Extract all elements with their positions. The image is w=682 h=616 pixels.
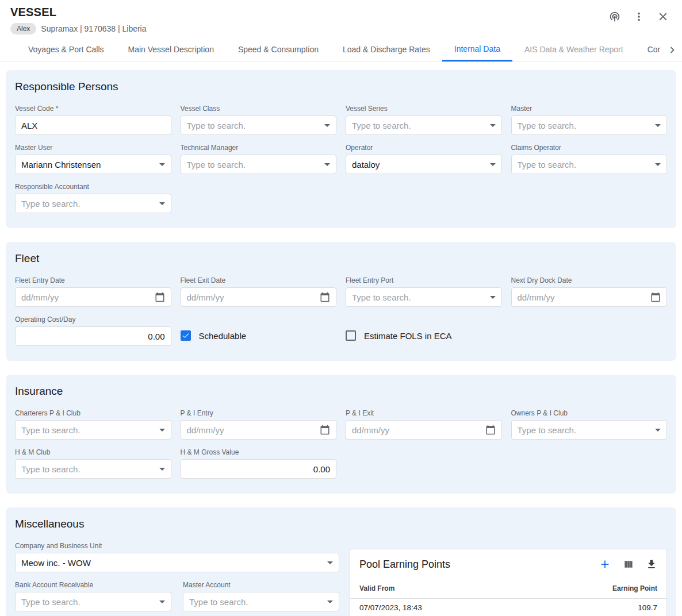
hm-gross-value-box (181, 459, 337, 479)
technical-manager-field: Technical Manager Type to search. (181, 144, 337, 174)
estimate-fols-checkbox[interactable]: Estimate FOLS in ECA (346, 326, 502, 345)
checkbox-checked-icon[interactable] (181, 330, 191, 341)
master-account-field: Master Account Type to search. (183, 581, 339, 611)
earning-point-column-header: Earning Point (612, 584, 657, 592)
table-row[interactable]: 07/07/2023, 18:43 109.7 (350, 599, 666, 616)
responsible-accountant-select[interactable]: Type to search. (15, 194, 171, 213)
vessel-class-select[interactable]: Type to search. (181, 116, 337, 135)
technical-manager-select[interactable]: Type to search. (181, 155, 337, 174)
fleet-entry-date-box (15, 287, 171, 307)
dropdown-arrow-icon (324, 124, 330, 127)
more-options-icon[interactable] (633, 10, 645, 23)
company-business-unit-field: Company and Business Unit Meow inc. - WO… (15, 542, 339, 572)
calendar-icon[interactable] (650, 292, 661, 302)
hm-club-select[interactable]: Type to search. (15, 459, 171, 479)
pi-entry-box (181, 420, 337, 440)
header-left: VESSEL Alex Supramax | 9170638 | Liberia (10, 6, 147, 34)
section-fleet: Fleet Fleet Entry Date Fleet Exit Date F… (6, 242, 676, 361)
valid-from-cell: 07/07/2023, 18:43 (359, 603, 422, 612)
checkbox-label: Estimate FOLS in ECA (364, 331, 452, 341)
calendar-icon[interactable] (155, 292, 165, 302)
dropdown-arrow-icon (324, 163, 330, 166)
vessel-code-field: Vessel Code * (15, 105, 171, 135)
master-field: Master Type to search. (511, 105, 668, 135)
vessel-code-input[interactable] (21, 121, 165, 130)
section-title: Fleet (15, 252, 667, 265)
vessel-subtitle: Supramax | 9170638 | Liberia (41, 24, 146, 33)
pi-entry-input[interactable] (187, 425, 316, 435)
section-title: Insurance (15, 385, 667, 398)
operating-cost-day-input[interactable] (21, 332, 165, 341)
fleet-entry-date-field: Fleet Entry Date (15, 276, 171, 307)
select-value: Type to search. (21, 464, 155, 474)
pool-card-actions (599, 558, 657, 571)
section-miscellaneous: Miscellaneous Company and Business Unit … (6, 507, 676, 616)
operator-select[interactable]: dataloy (346, 155, 502, 174)
tab-speed-consumption[interactable]: Speed & Consumption (226, 38, 331, 61)
broadcast-icon[interactable] (608, 10, 621, 23)
calendar-icon[interactable] (320, 292, 330, 302)
add-row-icon[interactable] (599, 558, 611, 571)
calendar-icon[interactable] (485, 425, 496, 435)
select-value: Type to search. (21, 425, 155, 435)
next-dry-dock-date-input[interactable] (518, 292, 646, 302)
tab-voyages-port-calls[interactable]: Voyages & Port Calls (16, 38, 116, 61)
fleet-exit-date-input[interactable] (187, 292, 316, 302)
vessel-code-input-box (15, 116, 171, 135)
dropdown-arrow-icon (159, 429, 165, 432)
hm-gross-value-input[interactable] (187, 464, 331, 474)
field-label: Master (511, 105, 668, 113)
field-label: Fleet Exit Date (181, 276, 337, 284)
tab-ais-data-weather-report[interactable]: AIS Data & Weather Report (512, 38, 635, 61)
pi-exit-input[interactable] (352, 425, 481, 435)
checkbox-label: Schedulable (199, 331, 247, 341)
pool-earning-points-card: Pool Earning Points Valid F (350, 549, 667, 616)
tab-main-vessel-description[interactable]: Main Vessel Description (116, 38, 226, 61)
tab-internal-data[interactable]: Internal Data (442, 38, 512, 61)
owners-pi-club-select[interactable]: Type to search. (511, 420, 668, 440)
fleet-entry-port-field: Fleet Entry Port Type to search. (346, 276, 502, 307)
dropdown-arrow-icon (159, 600, 165, 603)
dropdown-arrow-icon (490, 296, 496, 299)
section-responsible-persons: Responsible Persons Vessel Code * Vessel… (6, 70, 676, 228)
pool-card-header: Pool Earning Points (350, 549, 666, 578)
operating-cost-day-box (15, 326, 171, 346)
download-icon[interactable] (646, 559, 657, 570)
fleet-entry-port-select[interactable]: Type to search. (346, 287, 502, 307)
checkbox-unchecked-icon[interactable] (346, 330, 356, 341)
schedulable-checkbox[interactable]: Schedulable (181, 326, 337, 345)
field-label: Master Account (183, 581, 339, 589)
vessel-header: VESSEL Alex Supramax | 9170638 | Liberia (0, 0, 682, 38)
field-label: Bank Account Receivable (15, 581, 171, 589)
hm-club-field: H & M Club Type to search. (15, 448, 171, 479)
select-value: Type to search. (518, 121, 651, 130)
bank-account-receivable-select[interactable]: Type to search. (15, 592, 171, 611)
fleet-entry-date-input[interactable] (21, 292, 150, 302)
chevron-right-icon[interactable] (662, 38, 682, 61)
tab-load-discharge-rates[interactable]: Load & Discharge Rates (331, 38, 442, 61)
select-value: Type to search. (518, 160, 651, 170)
responsible-accountant-field: Responsible Accountant Type to search. (15, 183, 171, 213)
columns-icon[interactable] (623, 559, 634, 570)
fleet-exit-date-field: Fleet Exit Date (181, 276, 337, 307)
select-value: Type to search. (21, 199, 155, 209)
field-label: Next Dry Dock Date (511, 276, 668, 284)
vessel-series-field: Vessel Series Type to search. (346, 105, 502, 135)
pi-exit-field: P & I Exit (346, 409, 502, 440)
charterers-pi-club-select[interactable]: Type to search. (15, 420, 171, 440)
bank-account-receivable-field: Bank Account Receivable Type to search. (15, 581, 171, 611)
company-business-unit-select[interactable]: Meow inc. - WOW (15, 553, 339, 572)
claims-operator-select[interactable]: Type to search. (511, 155, 668, 174)
select-value: Type to search. (187, 121, 320, 130)
vessel-series-select[interactable]: Type to search. (346, 116, 502, 135)
hm-gross-value-field: H & M Gross Value (181, 448, 337, 479)
master-account-select[interactable]: Type to search. (183, 592, 339, 611)
calendar-icon[interactable] (320, 425, 330, 435)
master-user-select[interactable]: Mariann Christensen (15, 155, 171, 174)
select-value: Type to search. (21, 597, 155, 607)
master-select[interactable]: Type to search. (511, 116, 668, 135)
dropdown-arrow-icon (655, 429, 661, 432)
fleet-exit-date-box (181, 287, 337, 307)
close-icon[interactable] (657, 10, 669, 23)
field-label: Vessel Code * (15, 105, 171, 113)
